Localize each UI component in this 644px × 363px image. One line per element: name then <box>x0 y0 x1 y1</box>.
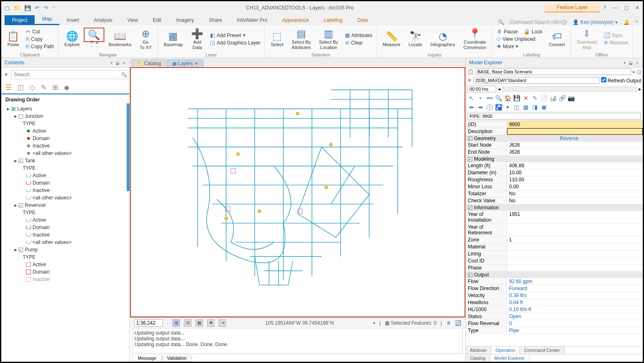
search-icon[interactable]: 🔍 <box>498 19 504 25</box>
infographics-button[interactable]: ◔Infographics <box>427 30 458 48</box>
add-data-button[interactable]: ➕Add Data <box>188 27 207 50</box>
toc-scrollbar[interactable] <box>127 103 130 191</box>
time-dropdown[interactable]: 00:00 hrs <box>467 86 496 92</box>
user-menu[interactable]: 👤Kim (Innovyze) ▾ <box>573 19 618 25</box>
refresh-output-checkbox[interactable]: Refresh Output <box>601 77 641 84</box>
validation-tab[interactable]: Validation <box>162 355 192 362</box>
reservoir-domain[interactable]: Domain <box>1 224 130 231</box>
map-view[interactable]: · ⊞ ⊟ ▦ ✚ ⇥ 105.1951468°W 39.7458166°N ▾… <box>130 67 465 317</box>
element-dropdown[interactable]: PIPE: 9800 <box>467 113 641 119</box>
notifications-icon[interactable]: 🔔 <box>623 19 630 25</box>
tab-labeling[interactable]: Labeling <box>316 15 350 25</box>
time-slider[interactable] <box>502 87 637 91</box>
glasses-icon[interactable]: 👓 <box>486 95 493 101</box>
delete-icon[interactable]: ✕ <box>522 95 529 101</box>
download-map-button[interactable]: ⬇Download Map <box>573 27 600 50</box>
time-next-icon[interactable]: ▸ <box>639 86 641 92</box>
run-icon[interactable]: ✕ <box>467 77 472 83</box>
prop-end-node[interactable]: J628 <box>507 149 643 155</box>
pump-inactive[interactable]: Inactive <box>1 276 130 283</box>
select-button[interactable]: ⬚Select <box>267 30 287 48</box>
snap-tool-icon[interactable]: ⊞ <box>172 319 180 327</box>
reservoir-inactive[interactable]: Inactive <box>1 231 130 239</box>
catalog-tab[interactable]: 📁 Catalog <box>132 59 166 67</box>
goto-xy-button[interactable]: ⊕Go To XY <box>136 27 155 50</box>
redo-icon[interactable]: ↷ <box>44 5 48 11</box>
list-by-drawing-order-icon[interactable]: ☰ <box>5 83 12 92</box>
junction-domain[interactable]: Domain <box>1 135 130 142</box>
t6-icon[interactable]: ▣ <box>540 104 547 110</box>
junction-inactive[interactable]: Inactive <box>1 142 130 150</box>
reservoir-layer[interactable]: ▸ Reservoir <box>1 201 130 209</box>
prop-lining[interactable] <box>507 251 643 257</box>
tab-insert[interactable]: Insert <box>59 15 87 25</box>
basemap-button[interactable]: ▦Basemap <box>160 30 186 48</box>
reverse-link[interactable]: Reverse <box>498 136 641 141</box>
prop-length[interactable]: 406.89 <box>507 162 643 169</box>
catalog-footer-tab[interactable]: Catalog <box>466 354 490 362</box>
correction-tool-icon[interactable]: ✚ <box>207 319 215 327</box>
prop-cost-id[interactable] <box>507 258 643 264</box>
view-unplaced-button[interactable]: ◇View Unplaced <box>495 35 544 42</box>
pointer-icon[interactable]: ↖ <box>468 95 475 101</box>
paste-button[interactable]: 📋Paste <box>4 30 23 48</box>
modeling-header[interactable]: Modeling <box>466 156 643 162</box>
tank-other[interactable]: <all other values> <box>1 194 130 201</box>
select-by-location-button[interactable]: ▥Select By Location <box>316 27 341 50</box>
junction-active[interactable]: Active <box>1 127 130 135</box>
measure-button[interactable]: 📏Measure <box>380 30 404 48</box>
clear-button[interactable]: ⊘Clear <box>343 39 374 46</box>
geometry-header[interactable]: GeometryReverse <box>466 135 643 142</box>
tab-analysis[interactable]: Analysis <box>87 15 120 25</box>
list-by-selection-icon[interactable]: ◇ <box>30 83 35 92</box>
tool-icon[interactable]: • <box>477 95 484 101</box>
tank-domain[interactable]: Domain <box>1 179 130 187</box>
tab-map[interactable]: Map <box>35 14 59 25</box>
tab-appearance[interactable]: Appearance <box>275 15 316 25</box>
nav-tools-button[interactable]: 🔍⇱ ⇲← → <box>85 28 104 50</box>
convert-labels-button[interactable]: 🏷Convert <box>545 30 568 48</box>
prop-phase[interactable] <box>507 265 643 271</box>
undo-icon[interactable]: ↶ <box>35 5 40 11</box>
scenario-dropdown[interactable]: BASE, Base Data Scenario <box>475 68 631 75</box>
pause-draw-icon[interactable]: ⏸ <box>446 320 451 326</box>
camera-icon[interactable]: 📷 <box>568 95 575 101</box>
scenario-icon[interactable]: 📋 <box>467 69 474 75</box>
cut-button[interactable]: ✂Cut <box>24 28 56 35</box>
operation-tab[interactable]: Operation <box>491 347 520 354</box>
prop-year-retire[interactable] <box>507 224 643 236</box>
prop-description[interactable] <box>507 128 643 135</box>
save-icon[interactable]: 💾 <box>24 5 31 11</box>
tab-view[interactable]: View <box>120 15 145 25</box>
bookmarks-button[interactable]: 📖Bookmarks <box>105 30 134 48</box>
list-by-source-icon[interactable]: ◫ <box>17 83 24 92</box>
tab-infowater[interactable]: InfoWater Pro <box>229 15 275 25</box>
pump-layer[interactable]: ▸ Pump <box>1 246 130 253</box>
time-prev-icon[interactable]: ◂ <box>498 86 500 92</box>
scale-input[interactable] <box>134 319 163 327</box>
nav-back-icon[interactable]: ⬅ <box>468 104 475 110</box>
chart-icon[interactable]: 📊 <box>550 95 557 101</box>
more-labeling-button[interactable]: ✚More ▾ <box>495 43 544 50</box>
prop-roughness[interactable]: 110.00 <box>507 176 643 183</box>
maximize-icon[interactable]: ▢ <box>624 5 629 11</box>
home-icon[interactable]: 🏠 <box>504 95 511 101</box>
reservoir-other[interactable]: <all other values> <box>1 239 130 246</box>
add-preset-button[interactable]: ◧Add Preset ▾ <box>208 32 262 39</box>
zoom-icon[interactable]: 🔍 <box>495 95 502 101</box>
contents-search-input[interactable] <box>11 70 128 79</box>
filter-icon[interactable]: ▼ <box>4 72 9 77</box>
tank-layer[interactable]: ▸ Tank <box>1 157 130 164</box>
information-header[interactable]: Information <box>466 204 643 211</box>
layers-node[interactable]: ▸ ▦ Layers <box>1 105 130 112</box>
prop-minor-loss[interactable]: 0.00 <box>507 183 643 190</box>
tank-active[interactable]: Active <box>1 172 130 179</box>
scenario-edit-icon[interactable]: ▸ ◲ <box>633 69 641 75</box>
tab-data[interactable]: Data <box>350 15 375 25</box>
copy-button[interactable]: ⎘Copy <box>24 35 56 42</box>
refresh-map-icon[interactable]: 🔄 <box>455 320 461 326</box>
model-explorer-footer-tab[interactable]: Model Explorer <box>490 354 529 362</box>
layers-tab[interactable]: ▦ Layers ✕ <box>167 59 203 67</box>
close-icon[interactable]: ✕ <box>635 5 639 11</box>
pause-labeling-button[interactable]: ⏸Pause 🔒Lock <box>495 28 544 35</box>
